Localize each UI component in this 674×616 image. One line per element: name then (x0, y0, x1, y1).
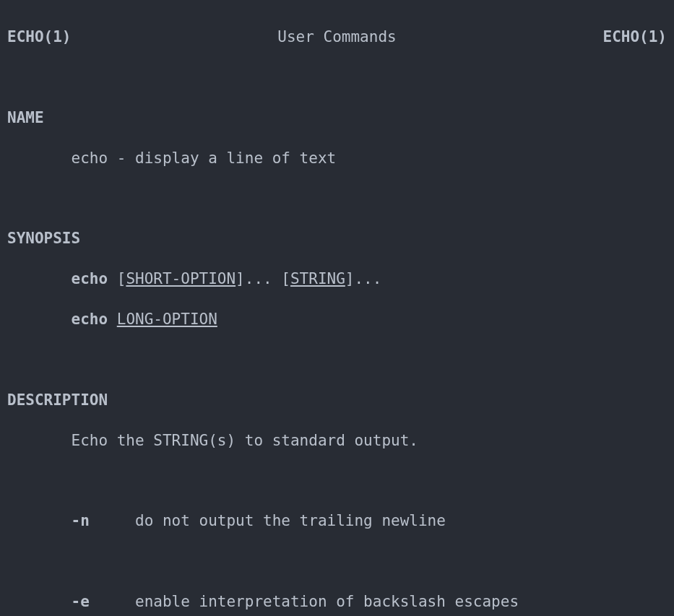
synopsis-line1: echo [SHORT-OPTION]... [STRING]... (0, 269, 674, 290)
synopsis-line2: echo LONG-OPTION (0, 310, 674, 330)
section-description-title: DESCRIPTION (0, 391, 674, 411)
header-center: User Commands (277, 27, 396, 48)
section-synopsis-title: SYNOPSIS (0, 229, 674, 249)
name-content: echo - display a line of text (0, 149, 674, 169)
man-header: ECHO(1)User CommandsECHO(1) (0, 27, 674, 48)
option-n: -n do not output the trailing newline (0, 511, 674, 532)
option-e: -e enable interpretation of backslash es… (0, 592, 674, 612)
description-intro: Echo the STRING(s) to standard output. (0, 431, 674, 451)
header-left: ECHO(1) (7, 27, 72, 48)
section-name-title: NAME (0, 108, 674, 129)
man-page-content[interactable]: ECHO(1)User CommandsECHO(1) NAME echo - … (0, 0, 674, 616)
header-right: ECHO(1) (602, 27, 667, 48)
